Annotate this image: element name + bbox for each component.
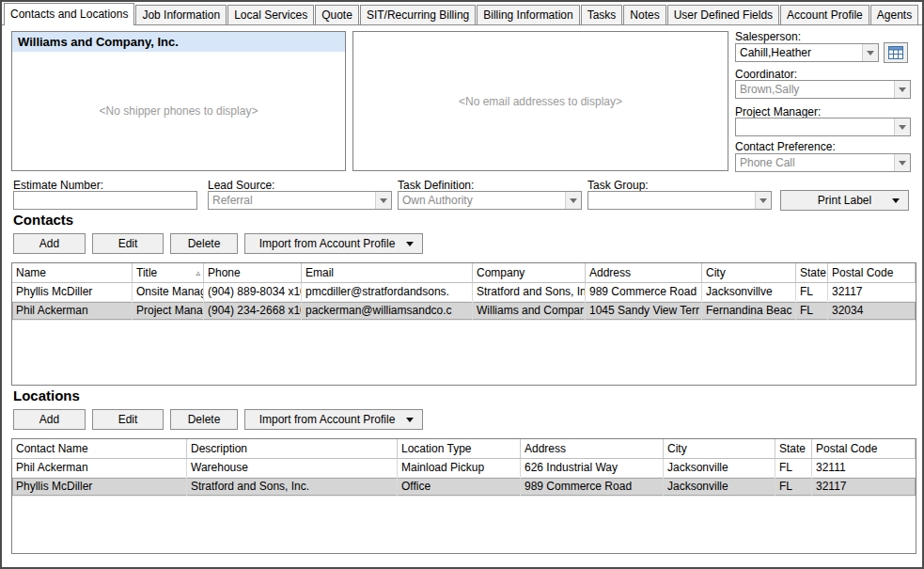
contacts-column-header-phone[interactable]: Phone [204, 263, 302, 282]
locations-column-header-contact-name[interactable]: Contact Name [12, 439, 187, 458]
contacts-column-header-email[interactable]: Email [302, 263, 473, 282]
table-cell: Warehouse [187, 459, 398, 477]
tab-account-profile[interactable]: Account Profile [780, 5, 869, 24]
table-cell: Jacksonville [664, 459, 775, 477]
contacts-column-header-name[interactable]: Name [12, 263, 133, 282]
locations-column-header-state[interactable]: State [775, 439, 812, 458]
locations-column-header-address[interactable]: Address [521, 439, 664, 458]
task-definition-label: Task Definition: [398, 179, 474, 192]
contacts-edit-button[interactable]: Edit [92, 233, 164, 254]
table-cell: Office [398, 478, 521, 496]
contacts-column-header-company[interactable]: Company [473, 263, 586, 282]
contacts-table-row-selected[interactable]: Phil Ackerman Project Manag (904) 234-26… [12, 302, 916, 321]
table-cell: FL [775, 459, 812, 477]
table-cell: Stratford and Sons, In [473, 283, 586, 301]
tab-quote[interactable]: Quote [315, 5, 359, 24]
task-definition-combobox[interactable]: Own Authority [398, 191, 582, 210]
contacts-column-header-address[interactable]: Address [586, 263, 702, 282]
contacts-delete-button[interactable]: Delete [170, 233, 238, 254]
tab-notes[interactable]: Notes [623, 5, 666, 24]
table-cell: Williams and Compar [473, 302, 586, 320]
dropdown-arrow-icon [892, 198, 900, 203]
locations-section-title: Locations [13, 387, 80, 403]
table-cell: (904) 889-8034 x10 [204, 283, 302, 301]
locations-table-row[interactable]: Phil Ackerman Warehouse Mainload Pickup … [12, 459, 916, 478]
table-cell: 1045 Sandy View Terr [586, 302, 702, 320]
table-cell: Phyllis McDiller [12, 478, 187, 496]
contacts-column-header-postal-code[interactable]: Postal Code [828, 263, 916, 282]
tab-sit-recurring-billing[interactable]: SIT/Recurring Billing [360, 5, 476, 24]
lead-source-value: Referral [212, 192, 374, 209]
locations-column-header-city[interactable]: City [664, 439, 775, 458]
table-cell: 626 Industrial Way [521, 459, 664, 477]
no-email-addresses-text: <No email addresses to display> [353, 32, 728, 170]
tab-agents[interactable]: Agents [870, 5, 918, 24]
table-cell: Project Manag [133, 302, 204, 320]
tab-bar: Contacts and Locations Job Information L… [2, 2, 922, 25]
tab-job-information[interactable]: Job Information [135, 5, 227, 24]
table-cell: Jacksonville [664, 478, 775, 496]
locations-column-header-postal-code[interactable]: Postal Code [812, 439, 916, 458]
contact-preference-value: Phone Call [740, 154, 893, 171]
contacts-column-header-state[interactable]: State [796, 263, 828, 282]
table-cell: Mainload Pickup [398, 459, 521, 477]
app-window: Contacts and Locations Job Information L… [0, 0, 924, 569]
locations-add-button[interactable]: Add [13, 409, 86, 430]
locations-column-header-location-type[interactable]: Location Type [398, 439, 521, 458]
table-cell: 32117 [828, 283, 916, 301]
sort-ascending-icon: ▵ [196, 263, 200, 282]
locations-edit-button[interactable]: Edit [92, 409, 164, 430]
print-label-button[interactable]: Print Label [780, 190, 909, 211]
contacts-add-button[interactable]: Add [13, 233, 86, 254]
table-cell: (904) 234-2668 x10 [204, 302, 302, 320]
locations-table-row-selected[interactable]: Phyllis McDiller Stratford and Sons, Inc… [12, 478, 916, 497]
lead-source-combobox[interactable]: Referral [208, 191, 392, 210]
tab-local-services[interactable]: Local Services [227, 5, 314, 24]
locations-column-header-description[interactable]: Description [187, 439, 398, 458]
chevron-down-icon[interactable] [894, 154, 910, 171]
task-group-label: Task Group: [587, 179, 649, 192]
contacts-column-header-title[interactable]: Title ▵ [133, 263, 204, 282]
tab-user-defined-fields[interactable]: User Defined Fields [667, 5, 779, 24]
project-manager-combobox[interactable] [735, 118, 911, 136]
contact-preference-label: Contact Preference: [735, 140, 836, 153]
locations-import-button-label: Import from Account Profile [259, 413, 396, 426]
contacts-column-header-title-label: Title [136, 266, 157, 279]
table-cell: FL [775, 478, 812, 496]
contacts-table: Name Title ▵ Phone Email Company Address… [11, 262, 916, 386]
table-cell: 989 Commerce Road [586, 283, 702, 301]
contact-preference-combobox[interactable]: Phone Call [735, 153, 911, 172]
salesperson-lookup-button[interactable] [884, 42, 908, 63]
project-manager-value [740, 119, 893, 135]
chevron-down-icon[interactable] [894, 119, 910, 135]
locations-table-header: Contact Name Description Location Type A… [12, 439, 916, 459]
chevron-down-icon[interactable] [375, 192, 391, 209]
coordinator-label: Coordinator: [735, 68, 797, 81]
table-cell: Stratford and Sons, Inc. [187, 478, 398, 496]
table-cell: Fernandina Beac [702, 302, 796, 320]
locations-delete-button[interactable]: Delete [170, 409, 238, 430]
tab-billing-information[interactable]: Billing Information [477, 5, 579, 24]
estimate-number-label: Estimate Number: [13, 179, 103, 192]
chevron-down-icon[interactable] [894, 81, 910, 98]
salesperson-combobox[interactable]: Cahill,Heather [735, 43, 879, 62]
table-cell: 32034 [828, 302, 916, 320]
locations-import-from-account-profile-button[interactable]: Import from Account Profile [244, 409, 423, 430]
chevron-down-icon[interactable] [755, 192, 771, 209]
coordinator-combobox[interactable]: Brown,Sally [735, 80, 911, 99]
chevron-down-icon[interactable] [565, 192, 581, 209]
contacts-import-button-label: Import from Account Profile [259, 237, 396, 250]
table-cell: 989 Commerce Road [521, 478, 664, 496]
tab-contacts-and-locations[interactable]: Contacts and Locations [4, 3, 134, 25]
tab-tasks[interactable]: Tasks [581, 5, 623, 24]
contacts-column-header-city[interactable]: City [702, 263, 796, 282]
table-cell: pmcdiller@stratfordandsons. [302, 283, 473, 301]
estimate-number-input[interactable] [13, 191, 197, 210]
contacts-table-row[interactable]: Phyllis McDiller Onsite Manag (904) 889-… [12, 283, 916, 302]
task-group-combobox[interactable] [587, 191, 772, 210]
chevron-down-icon[interactable] [862, 44, 878, 61]
dropdown-arrow-icon [406, 242, 414, 246]
table-cell: Onsite Manag [133, 283, 204, 301]
contacts-import-from-account-profile-button[interactable]: Import from Account Profile [244, 233, 423, 254]
calendar-grid-icon [888, 46, 903, 59]
